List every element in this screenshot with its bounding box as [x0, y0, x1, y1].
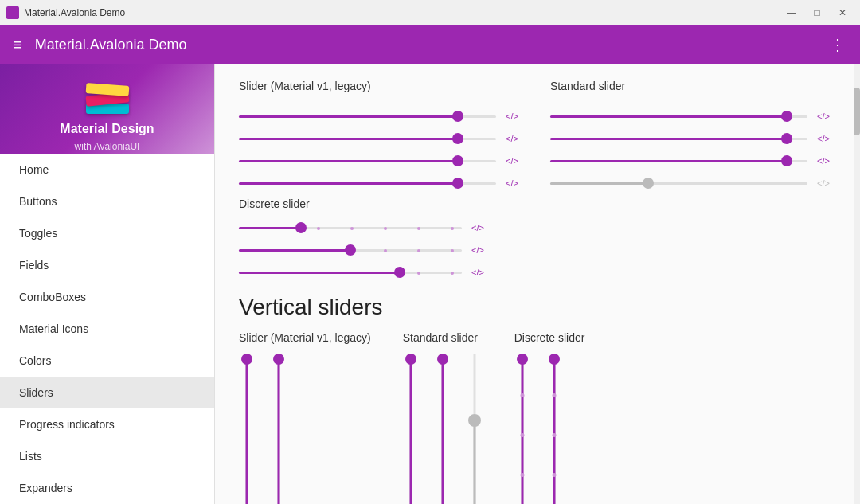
slider-row: </>: [239, 131, 518, 147]
track-bg: [239, 249, 462, 252]
vertical-track-container[interactable]: [467, 354, 483, 504]
discrete-slider-row: </>: [239, 242, 830, 258]
slider-thumb[interactable]: [781, 133, 792, 144]
slider-row: </>: [550, 108, 830, 124]
discrete-dot: [552, 473, 556, 477]
track-bg: [239, 182, 496, 185]
sidebar-item-home[interactable]: Home: [0, 154, 214, 186]
slider-track[interactable]: [239, 153, 496, 169]
vertical-thumb[interactable]: [517, 354, 528, 365]
app-bar-title: Material.Avalonia Demo: [35, 37, 817, 53]
sidebar-item-progress[interactable]: Progress indicators: [0, 408, 214, 440]
slider-row: </>: [550, 153, 830, 169]
vertical-track-container[interactable]: [239, 354, 255, 504]
vertical-track-fill: [521, 354, 523, 504]
vertical-slider: </>: [514, 354, 530, 504]
discrete-dot: [520, 473, 524, 477]
slider-thumb[interactable]: [345, 244, 356, 256]
vertical-track-container[interactable]: [271, 354, 287, 504]
track-fill: [550, 115, 787, 118]
slider-row: </>: [239, 175, 518, 191]
vertical-thumb[interactable]: [405, 354, 416, 365]
slider-row: </>: [239, 153, 518, 169]
track-bg: [239, 272, 462, 274]
scrollbar[interactable]: [854, 64, 860, 504]
vertical-discrete-sliders: </> </>: [514, 354, 585, 504]
track-bg: [550, 115, 807, 118]
sidebar-item-material-icons[interactable]: Material Icons: [0, 313, 214, 345]
vertical-slider: </>: [271, 354, 287, 504]
slider-track[interactable]: [239, 175, 496, 191]
sidebar-item-toggles[interactable]: Toggles: [0, 217, 214, 249]
vertical-track-fill: [278, 354, 280, 504]
vertical-track-container[interactable]: [403, 354, 419, 504]
slider-track-disabled[interactable]: [550, 175, 807, 191]
vertical-thumb[interactable]: [241, 354, 252, 365]
title-bar: Material.Avalonia Demo — □ ✕: [0, 0, 860, 25]
sidebar-item-fields[interactable]: Fields: [0, 249, 214, 281]
vertical-thumb-gray[interactable]: [468, 414, 481, 427]
standard-slider-title: Standard slider: [550, 80, 830, 92]
sidebar-item-colors[interactable]: Colors: [0, 345, 214, 377]
vertical-thumb[interactable]: [437, 354, 448, 365]
slider-thumb[interactable]: [295, 222, 307, 233]
discrete-dot: [317, 227, 320, 230]
vertical-track-container[interactable]: [546, 354, 562, 504]
track-bg: [239, 115, 496, 118]
track-fill: [239, 115, 458, 118]
sidebar-item-expanders[interactable]: Expanders: [0, 472, 214, 504]
slider-track[interactable]: [550, 108, 807, 124]
discrete-dot: [451, 272, 454, 275]
scrollbar-thumb[interactable]: [854, 88, 860, 135]
track-fill: [239, 227, 301, 229]
track-fill: [550, 160, 787, 162]
sidebar-item-buttons[interactable]: Buttons: [0, 186, 214, 217]
close-button[interactable]: ✕: [831, 4, 854, 21]
slider-track[interactable]: [239, 220, 462, 236]
track-bg: [239, 227, 462, 229]
menu-icon[interactable]: ≡: [13, 36, 22, 54]
slider-track[interactable]: [550, 153, 807, 169]
title-bar-text: Material.Avalonia Demo: [24, 7, 125, 18]
code-icon: </>: [502, 134, 518, 143]
slider-row-disabled: </>: [550, 175, 830, 191]
slider-thumb[interactable]: [452, 155, 463, 166]
minimize-button[interactable]: —: [780, 4, 803, 21]
slider-track[interactable]: [239, 242, 462, 258]
code-icon: </>: [468, 245, 484, 255]
app-icon: [6, 6, 19, 19]
legacy-slider-group: Slider (Material v1, legacy) </>: [239, 80, 518, 191]
slider-track[interactable]: [239, 264, 462, 280]
slider-thumb[interactable]: [781, 155, 792, 166]
vertical-track-container[interactable]: [435, 354, 451, 504]
slider-thumb[interactable]: [452, 111, 463, 122]
maximize-button[interactable]: □: [806, 4, 828, 21]
title-bar-left: Material.Avalonia Demo: [6, 6, 125, 19]
discrete-dot: [350, 227, 354, 230]
app-bar: ≡ Material.Avalonia Demo ⋮: [0, 25, 860, 64]
slider-thumb-gray[interactable]: [643, 178, 654, 189]
sidebar-item-lists[interactable]: Lists: [0, 440, 214, 472]
slider-row: </>: [550, 131, 830, 147]
track-fill: [550, 138, 787, 140]
code-icon: </>: [468, 268, 484, 277]
discrete-dot: [552, 393, 556, 397]
slider-thumb[interactable]: [394, 267, 405, 278]
vertical-thumb[interactable]: [549, 354, 560, 365]
slider-thumb[interactable]: [452, 133, 463, 144]
title-bar-controls: — □ ✕: [780, 4, 854, 21]
slider-track[interactable]: [550, 131, 807, 147]
vertical-track-container[interactable]: [514, 354, 530, 504]
more-icon[interactable]: ⋮: [830, 35, 847, 54]
vertical-thumb[interactable]: [273, 354, 284, 365]
code-icon: </>: [502, 156, 518, 166]
slider-track[interactable]: [239, 131, 496, 147]
vertical-legacy-group: Slider (Material v1, legacy) </>: [239, 331, 371, 504]
sidebar-item-comboboxes[interactable]: ComboBoxes: [0, 281, 214, 313]
app-container: ≡ Material.Avalonia Demo ⋮ Material Desi…: [0, 25, 860, 504]
slider-thumb[interactable]: [452, 178, 463, 189]
slider-thumb[interactable]: [781, 111, 792, 122]
discrete-dot: [417, 227, 420, 230]
slider-track[interactable]: [239, 108, 496, 124]
sidebar-item-sliders[interactable]: Sliders: [0, 377, 214, 408]
